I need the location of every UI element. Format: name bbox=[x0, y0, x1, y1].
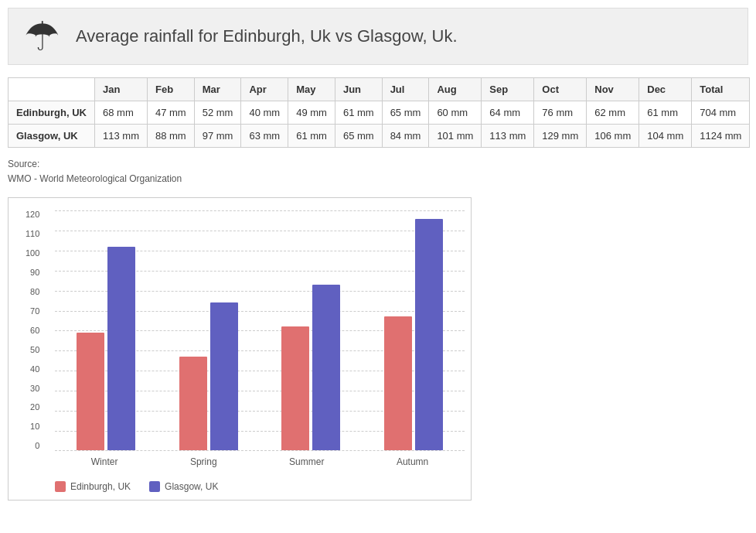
y-axis-label: 0 bbox=[35, 442, 39, 450]
bar-glasgow bbox=[107, 247, 135, 451]
bars-section bbox=[55, 210, 465, 450]
col-header-city bbox=[9, 78, 95, 101]
col-header-apr: Apr bbox=[241, 78, 288, 101]
table-cell-value: 63 mm bbox=[241, 125, 288, 148]
table-cell-value: 104 mm bbox=[639, 125, 692, 148]
table-cell-value: 40 mm bbox=[241, 101, 288, 125]
table-cell-value: 65 mm bbox=[335, 125, 382, 148]
table-cell-value: 113 mm bbox=[482, 125, 534, 148]
source-line1: Source: bbox=[8, 157, 748, 172]
x-axis-label: Summer bbox=[289, 456, 324, 467]
col-header-sep: Sep bbox=[482, 78, 534, 101]
y-axis-label: 50 bbox=[30, 346, 39, 354]
col-header-aug: Aug bbox=[429, 78, 482, 101]
table-cell-value: 88 mm bbox=[147, 125, 194, 148]
bar-edinburgh bbox=[77, 333, 104, 450]
col-header-jul: Jul bbox=[382, 78, 429, 101]
bar-group bbox=[384, 219, 443, 451]
y-axis-label: 80 bbox=[30, 288, 39, 296]
legend-glasgow-color bbox=[149, 481, 160, 492]
col-header-oct: Oct bbox=[534, 78, 587, 101]
table-cell-value: 1124 mm bbox=[692, 125, 750, 148]
table-header-row: Jan Feb Mar Apr May Jun Jul Aug Sep Oct … bbox=[9, 78, 750, 101]
legend-edinburgh-color bbox=[55, 481, 66, 492]
table-cell-value: 52 mm bbox=[194, 101, 241, 125]
table-cell-value: 62 mm bbox=[587, 101, 639, 125]
y-axis-label: 120 bbox=[26, 210, 39, 219]
y-axis-label: 70 bbox=[30, 307, 39, 316]
header: ☂ Average rainfall for Edinburgh, Uk vs … bbox=[8, 8, 748, 65]
bar-glasgow bbox=[415, 219, 443, 451]
bar-group bbox=[77, 247, 135, 451]
col-header-may: May bbox=[288, 78, 335, 101]
table-cell-value: 61 mm bbox=[335, 101, 382, 125]
table-cell-value: 68 mm bbox=[95, 101, 148, 125]
legend-edinburgh-label: Edinburgh, UK bbox=[70, 481, 131, 492]
rainfall-table: Jan Feb Mar Apr May Jun Jul Aug Sep Oct … bbox=[8, 77, 750, 148]
bar-glasgow bbox=[312, 285, 340, 450]
legend-glasgow: Glasgow, UK bbox=[149, 481, 218, 492]
x-axis-label: Spring bbox=[190, 456, 217, 467]
chart-area: 1201101009080706050403020100 WinterSprin… bbox=[55, 210, 472, 473]
table-cell-value: 101 mm bbox=[429, 125, 482, 148]
bar-edinburgh bbox=[179, 357, 207, 450]
table-cell-value: 61 mm bbox=[639, 101, 692, 125]
table-row: Edinburgh, UK68 mm47 mm52 mm40 mm49 mm61… bbox=[9, 101, 750, 125]
table-row: Glasgow, UK113 mm88 mm97 mm63 mm61 mm65 … bbox=[9, 125, 750, 148]
legend-glasgow-label: Glasgow, UK bbox=[165, 481, 218, 492]
col-header-total: Total bbox=[692, 78, 750, 101]
grid-line bbox=[55, 450, 465, 451]
y-axis-label: 40 bbox=[30, 365, 39, 374]
bar-edinburgh bbox=[281, 326, 309, 450]
bar-group bbox=[281, 285, 340, 450]
legend: Edinburgh, UK Glasgow, UK bbox=[55, 481, 455, 492]
y-axis-label: 100 bbox=[26, 249, 39, 258]
col-header-mar: Mar bbox=[194, 78, 241, 101]
table-cell-value: 65 mm bbox=[382, 101, 429, 125]
umbrella-icon: ☂ bbox=[24, 16, 60, 56]
legend-edinburgh: Edinburgh, UK bbox=[55, 481, 131, 492]
source-block: Source: WMO - World Meteorological Organ… bbox=[8, 157, 748, 186]
col-header-jun: Jun bbox=[335, 78, 382, 101]
y-axis-label: 60 bbox=[30, 326, 39, 335]
y-axis-label: 10 bbox=[30, 422, 39, 431]
col-header-jan: Jan bbox=[95, 78, 148, 101]
table-cell-value: 113 mm bbox=[95, 125, 148, 148]
x-axis-label: Autumn bbox=[397, 456, 428, 467]
table-cell-value: 704 mm bbox=[692, 101, 750, 125]
y-axis-label: 110 bbox=[26, 230, 39, 238]
table-cell-value: 129 mm bbox=[534, 125, 587, 148]
table-cell-value: 76 mm bbox=[534, 101, 587, 125]
bar-glasgow bbox=[210, 302, 238, 450]
bar-group bbox=[179, 302, 238, 450]
table-cell-value: 60 mm bbox=[429, 101, 482, 125]
y-axis: 1201101009080706050403020100 bbox=[26, 210, 39, 450]
col-header-nov: Nov bbox=[587, 78, 639, 101]
table-cell-value: 47 mm bbox=[147, 101, 194, 125]
col-header-feb: Feb bbox=[147, 78, 194, 101]
x-labels: WinterSpringSummerAutumn bbox=[55, 456, 465, 467]
table-cell-value: 106 mm bbox=[587, 125, 639, 148]
source-line2: WMO - World Meteorological Organization bbox=[8, 172, 748, 186]
table-cell-value: 64 mm bbox=[482, 101, 534, 125]
col-header-dec: Dec bbox=[639, 78, 692, 101]
table-cell-value: 84 mm bbox=[382, 125, 429, 148]
table-cell-value: 97 mm bbox=[194, 125, 241, 148]
y-axis-label: 30 bbox=[30, 384, 39, 393]
x-axis-label: Winter bbox=[91, 456, 118, 467]
table-cell-value: 49 mm bbox=[288, 101, 335, 125]
y-axis-label: 20 bbox=[30, 403, 39, 412]
table-cell-city: Edinburgh, UK bbox=[9, 101, 95, 125]
table-cell-city: Glasgow, UK bbox=[9, 125, 95, 148]
y-axis-label: 90 bbox=[30, 268, 39, 277]
chart-container: 1201101009080706050403020100 WinterSprin… bbox=[8, 197, 472, 501]
table-cell-value: 61 mm bbox=[288, 125, 335, 148]
page-title: Average rainfall for Edinburgh, Uk vs Gl… bbox=[76, 26, 458, 46]
bar-edinburgh bbox=[384, 316, 412, 450]
